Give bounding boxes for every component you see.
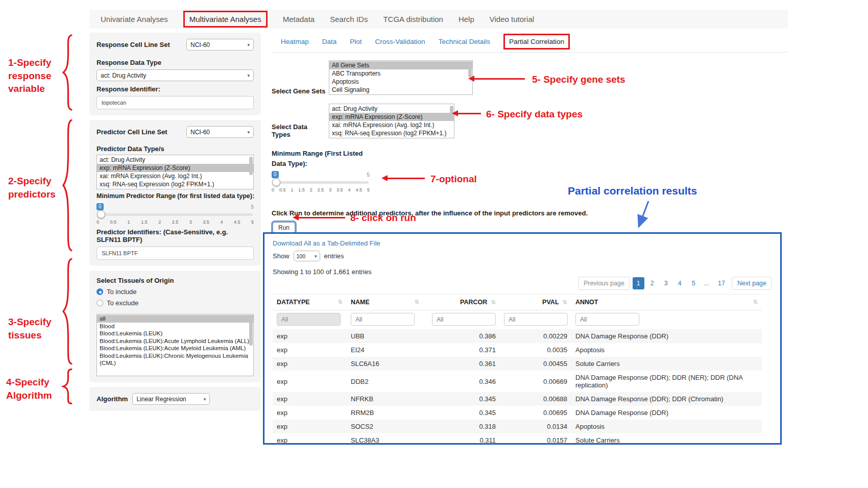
predictor-data-types-label: Predictor Data Type/s [97, 145, 254, 153]
nav-item[interactable]: Metadata [283, 15, 315, 23]
table-body: exp UBB 0.386 0.00229 DNA Damage Respons… [273, 329, 762, 445]
annotation-step6: 6- Specify data types [486, 108, 583, 121]
nav-item[interactable]: Search IDs [330, 15, 368, 23]
list-option[interactable]: ABC Transporters [329, 69, 472, 78]
chevron-down-icon: ▾ [315, 254, 317, 259]
scrollbar-thumb[interactable] [249, 157, 253, 175]
predictor-data-types-list[interactable]: act: Drug Activity exp: mRNA Expression … [97, 155, 254, 189]
list-option[interactable]: xsq: RNA-seq Expression (log2 FPKM+1.) [329, 129, 454, 137]
list-option[interactable]: act: Drug Activity [97, 156, 253, 164]
annotation-step4: 4-Specify Algorithm [6, 376, 52, 402]
list-option[interactable]: Blood:Leukemia (LEUK):Chronic Myelogenou… [97, 352, 253, 367]
list-option[interactable]: xai: mRNA Expression (Avg. log2 Int.) [97, 172, 253, 180]
download-link[interactable]: Download All as a Tab-Delimited File [273, 239, 380, 247]
response-cell-line-set-select[interactable]: NCI-60 ▾ [186, 39, 254, 51]
list-option[interactable]: exp: mRNA Expression (Z-Score) [329, 113, 454, 121]
list-option[interactable]: Apoptosis [329, 78, 472, 86]
list-option[interactable]: Blood:Leukemia (LEUK):Acute Lymphoid Leu… [97, 337, 253, 345]
nav-item[interactable]: TCGA distribution [383, 15, 443, 23]
tissue-exclude-radio[interactable]: To exclude [97, 299, 254, 307]
filter-pval[interactable] [504, 313, 568, 326]
sort-icon[interactable]: ⇅ [338, 299, 343, 305]
list-option[interactable]: all [97, 315, 253, 323]
tab[interactable]: Heatmap [281, 38, 309, 45]
select-value: NCI-60 [190, 41, 210, 48]
column-header-datatype[interactable]: DATATYPE ⇅ [273, 295, 347, 310]
page-length-select[interactable]: 100 ▾ [294, 251, 320, 261]
list-option[interactable]: Blood [97, 323, 253, 330]
min-range-slider[interactable]: 0 5 00.511.522.533.544.55 [272, 170, 370, 194]
list-option[interactable]: xai: mRNA Expression (Avg. log2 Int.) [329, 121, 454, 129]
filter-annot[interactable] [575, 313, 639, 326]
predictor-identifiers-input[interactable] [97, 247, 254, 260]
slider-handle[interactable] [272, 178, 280, 186]
column-header-pval[interactable]: PVAL ⇅ [500, 295, 571, 310]
sort-icon[interactable]: ⇅ [491, 299, 496, 305]
table-row[interactable]: exp SOCS2 0.318 0.0134 Apoptosis [273, 420, 762, 433]
data-types-list[interactable]: act: Drug Activity exp: mRNA Expression … [329, 104, 454, 138]
tab[interactable]: Technical Details [439, 38, 490, 45]
page-number[interactable]: 4 [674, 277, 686, 289]
sort-icon[interactable]: ⇅ [415, 299, 419, 305]
nav-item[interactable]: Multivariate Analyses [183, 11, 268, 28]
filter-datatype[interactable] [277, 313, 341, 326]
algorithm-select[interactable]: Linear Regression ▾ [132, 393, 210, 405]
sort-icon[interactable]: ⇅ [563, 299, 567, 305]
list-option[interactable]: exp: mRNA Expression (Z-Score) [97, 164, 253, 172]
predictor-range-slider[interactable]: 0 5 00.511.522.533.544.55 [97, 203, 254, 226]
page-number[interactable]: 5 [688, 277, 700, 289]
filter-parcor[interactable] [432, 313, 496, 326]
response-data-type-select[interactable]: act: Drug Activity ▾ [97, 69, 254, 81]
nav-item[interactable]: Help [459, 15, 474, 23]
cell-pval: 0.0134 [500, 420, 571, 433]
table-row[interactable]: exp SLC38A3 0.311 0.0157 Solute Carriers [273, 433, 762, 445]
table-row[interactable]: exp EI24 0.371 0.0035 Apoptosis [273, 343, 762, 357]
table-row[interactable]: exp DDB2 0.346 0.00669 DNA Damage Respon… [273, 371, 762, 392]
table-row[interactable]: exp SLC6A16 0.361 0.00455 Solute Carrier… [273, 357, 762, 371]
table-row[interactable]: exp RRM2B 0.345 0.00695 DNA Damage Respo… [273, 406, 762, 420]
slider-handle[interactable] [97, 210, 105, 218]
tissue-include-radio[interactable]: To include [97, 288, 254, 296]
sort-icon[interactable]: ⇅ [753, 299, 758, 305]
column-header-annot[interactable]: ANNOT ⇅ [571, 295, 762, 310]
tick-label: 2 [310, 187, 312, 192]
scrollbar-thumb[interactable] [249, 316, 253, 346]
cell-datatype: exp [273, 420, 347, 433]
page-number-last[interactable]: 17 [714, 277, 729, 289]
list-option[interactable]: xsq: RNA-seq Expression (log2 FPKM+1.) [97, 180, 253, 188]
list-option[interactable]: Blood:Leukemia (LEUK) [97, 330, 253, 337]
list-option[interactable]: Blood:Leukemia (LEUK):Acute Myeloid Leuk… [97, 345, 253, 352]
nav-item[interactable]: Video tutorial [490, 15, 534, 23]
tick-label: 3 [329, 187, 331, 192]
page-numbers: 1 2 3 4 5 [633, 277, 700, 289]
tissue-list[interactable]: all Blood Blood:Leukemia (LEUK) Blood:Le… [97, 314, 254, 376]
list-option[interactable]: Cell Signaling [329, 86, 472, 94]
radio-label: To exclude [107, 299, 138, 307]
annotation-step8: 8- click on run [350, 211, 416, 225]
page-number[interactable]: 1 [633, 277, 644, 289]
nav-item[interactable]: Univariate Analyses [101, 15, 168, 23]
gene-sets-list[interactable]: All Gene Sets ABC Transporters Apoptosis… [329, 60, 473, 95]
previous-page-button[interactable]: Previous page [578, 277, 630, 290]
page-number[interactable]: 2 [646, 277, 658, 289]
table-row[interactable]: exp NFRKB 0.345 0.00688 DNA Damage Respo… [273, 392, 762, 406]
tab[interactable]: Data [322, 38, 337, 45]
table-row[interactable]: exp UBB 0.386 0.00229 DNA Damage Respons… [273, 329, 762, 343]
predictor-cell-line-set-select[interactable]: NCI-60 ▾ [186, 126, 254, 138]
list-option[interactable]: All Gene Sets [329, 61, 472, 69]
tab[interactable]: Cross-Validation [375, 38, 425, 45]
slider-track[interactable] [273, 181, 369, 184]
response-identifier-input[interactable] [97, 96, 254, 109]
cell-pval: 0.00669 [500, 371, 571, 392]
slider-track[interactable] [98, 213, 253, 216]
tab[interactable]: Plot [350, 38, 361, 45]
next-page-button[interactable]: Next page [732, 277, 772, 290]
list-option[interactable]: act: Drug Activity [329, 105, 454, 113]
page-number[interactable]: 3 [660, 277, 672, 289]
filter-name[interactable] [351, 313, 415, 326]
tab[interactable]: Partial Correlation [503, 34, 570, 50]
pagination-ellipsis: … [702, 277, 712, 289]
column-header-name[interactable]: NAME ⇅ [347, 295, 423, 310]
run-button[interactable]: Run [273, 222, 295, 233]
column-header-parcor[interactable]: PARCOR ⇅ [423, 295, 500, 310]
